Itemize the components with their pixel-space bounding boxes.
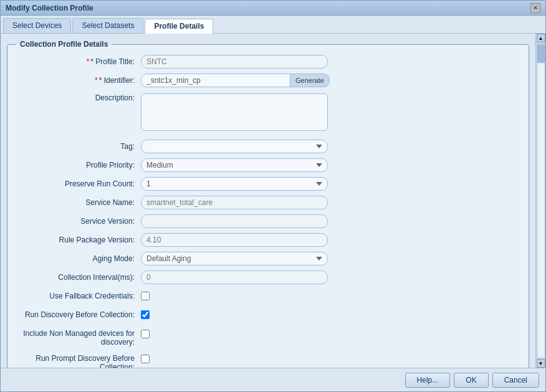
tab-select-datasets[interactable]: Select Datasets (72, 18, 143, 33)
window-title: Modify Collection Profile (6, 4, 93, 12)
collection-interval-input[interactable] (141, 270, 328, 284)
fieldset-legend: Collection Profile Details (16, 40, 112, 49)
run-discovery-label: Run Discovery Before Collection: (16, 310, 141, 319)
profile-priority-select[interactable]: Medium Low High (141, 158, 328, 172)
preserve-run-count-row: Preserve Run Count: 1 2 3 (16, 177, 520, 191)
main-window: Modify Collection Profile ✕ Select Devic… (0, 0, 546, 392)
run-discovery-row: Run Discovery Before Collection: (16, 308, 520, 322)
close-icon: ✕ (533, 4, 538, 11)
description-label: Description: (16, 93, 141, 102)
required-star: * (87, 57, 90, 66)
rule-package-version-input[interactable] (141, 233, 328, 247)
identifier-group: Generate (141, 74, 330, 87)
rule-package-version-label: Rule Package Version: (16, 236, 141, 244)
aging-mode-select[interactable]: Default Aging (141, 252, 328, 265)
tab-profile-details[interactable]: Profile Details (145, 19, 213, 34)
include-non-managed-checkbox[interactable] (141, 330, 150, 338)
profile-title-input[interactable] (141, 55, 328, 69)
profile-title-label: ** Profile Title: (16, 57, 141, 66)
main-panel: Collection Profile Details ** Profile Ti… (1, 34, 535, 368)
include-non-managed-row: Include Non Managed devices for discover… (16, 327, 520, 347)
profile-priority-row: Profile Priority: Medium Low High (16, 158, 520, 172)
generate-button[interactable]: Generate (290, 74, 330, 87)
run-discovery-checkbox[interactable] (141, 310, 150, 319)
use-fallback-row: Use Fallback Credentials: (16, 289, 520, 303)
service-name-input[interactable] (141, 196, 328, 209)
identifier-input[interactable] (141, 74, 290, 87)
include-non-managed-label: Include Non Managed devices for discover… (16, 328, 141, 347)
tag-label: Tag: (16, 142, 141, 151)
tag-row: Tag: (16, 140, 520, 153)
use-fallback-label: Use Fallback Credentials: (16, 292, 141, 300)
run-prompt-discovery-checkbox[interactable] (141, 355, 150, 363)
tab-select-devices[interactable]: Select Devices (3, 18, 71, 33)
scroll-down-icon: ▼ (539, 361, 544, 366)
profile-title-row: ** Profile Title: (16, 55, 520, 69)
required-star2: * (95, 76, 98, 85)
scroll-thumb[interactable] (537, 44, 545, 63)
service-version-row: Service Version: (16, 214, 520, 228)
description-input[interactable] (141, 93, 328, 131)
title-bar: Modify Collection Profile ✕ (1, 1, 545, 16)
identifier-row: ** Identifier: Generate (16, 74, 520, 87)
collection-interval-row: Collection Interval(ms): (16, 270, 520, 284)
cancel-button[interactable]: Cancel (492, 373, 539, 388)
aging-mode-label: Aging Mode: (16, 254, 141, 263)
service-name-label: Service Name: (16, 198, 141, 207)
tag-select[interactable] (141, 140, 328, 153)
use-fallback-checkbox[interactable] (141, 292, 150, 300)
service-version-label: Service Version: (16, 217, 141, 226)
collection-profile-fieldset: Collection Profile Details ** Profile Ti… (7, 40, 529, 368)
close-button[interactable]: ✕ (530, 3, 540, 13)
scroll-up-button[interactable]: ▲ (537, 34, 545, 42)
identifier-label: ** Identifier: (16, 76, 141, 85)
scrollbar: ▲ ▼ (535, 34, 545, 368)
content-area: Collection Profile Details ** Profile Ti… (1, 34, 545, 368)
aging-mode-row: Aging Mode: Default Aging (16, 252, 520, 265)
scroll-up-icon: ▲ (539, 36, 544, 41)
ok-button[interactable]: OK (454, 373, 488, 388)
run-prompt-discovery-label: Run Prompt Discovery Before Collection: (16, 353, 141, 368)
scroll-down-button[interactable]: ▼ (537, 359, 545, 368)
tab-bar: Select Devices Select Datasets Profile D… (1, 16, 545, 34)
service-version-input[interactable] (141, 214, 328, 228)
profile-priority-label: Profile Priority: (16, 161, 141, 170)
rule-package-version-row: Rule Package Version: (16, 233, 520, 247)
preserve-run-count-label: Preserve Run Count: (16, 179, 141, 188)
preserve-run-count-select[interactable]: 1 2 3 (141, 177, 328, 191)
service-name-row: Service Name: (16, 196, 520, 209)
run-prompt-discovery-row: Run Prompt Discovery Before Collection: (16, 351, 520, 368)
help-button[interactable]: Help... (405, 373, 451, 388)
footer: Help... OK Cancel (1, 368, 545, 391)
scroll-track[interactable] (537, 43, 545, 358)
collection-interval-label: Collection Interval(ms): (16, 273, 141, 282)
description-row: Description: (16, 92, 520, 131)
